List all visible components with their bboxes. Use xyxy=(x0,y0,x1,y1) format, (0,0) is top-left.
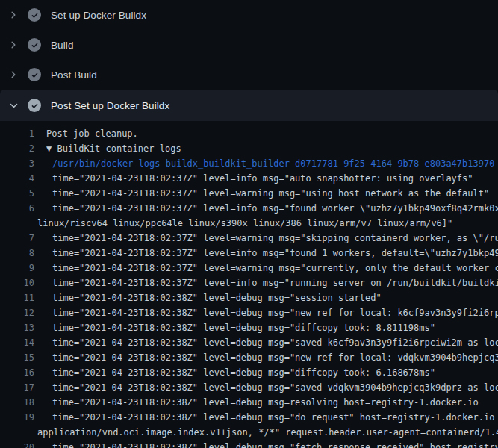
log-line: 18time="2021-04-23T18:02:38Z" level=debu… xyxy=(0,395,498,410)
log-text: time="2021-04-23T18:02:38Z" level=debug … xyxy=(34,440,498,448)
workflow-step-list: Set up Docker Buildx Build Post Build Po… xyxy=(0,0,498,448)
log-text: time="2021-04-23T18:02:37Z" level=warnin… xyxy=(34,231,498,246)
step-row-post-setup-docker-buildx[interactable]: Post Set up Docker Buildx xyxy=(0,90,498,121)
line-number[interactable]: 8 xyxy=(0,246,34,261)
log-body: 1Post job cleanup.2▼ BuildKit container … xyxy=(0,121,498,448)
step-label: Set up Docker Buildx xyxy=(51,10,146,21)
step-label: Build xyxy=(51,40,74,51)
line-number[interactable]: 7 xyxy=(0,231,34,246)
log-line: 14time="2021-04-23T18:02:38Z" level=debu… xyxy=(0,335,498,350)
log-text: time="2021-04-23T18:02:37Z" level=info m… xyxy=(34,276,498,290)
log-text: time="2021-04-23T18:02:37Z" level=info m… xyxy=(34,171,473,186)
log-line: 17time="2021-04-23T18:02:38Z" level=debu… xyxy=(0,380,498,395)
step-success-check-icon xyxy=(28,38,41,52)
log-text: time="2021-04-23T18:02:37Z" level=info m… xyxy=(34,246,498,261)
log-text: time="2021-04-23T18:02:38Z" level=debug … xyxy=(34,305,498,320)
log-group-header: ▼ BuildKit container logs xyxy=(34,141,181,156)
log-text: time="2021-04-23T18:02:38Z" level=debug … xyxy=(34,290,382,305)
log-line: 11time="2021-04-23T18:02:38Z" level=debu… xyxy=(0,290,498,305)
line-number[interactable]: 18 xyxy=(0,395,34,410)
log-text-wrap: linux/riscv64 linux/ppc64le linux/s390x … xyxy=(0,216,452,231)
log-text: time="2021-04-23T18:02:38Z" level=debug … xyxy=(34,350,498,365)
log-line: 20time="2021-04-23T18:02:38Z" level=debu… xyxy=(0,440,498,448)
log-line: 8time="2021-04-23T18:02:37Z" level=info … xyxy=(0,246,498,261)
log-line-wrap: linux/riscv64 linux/ppc64le linux/s390x … xyxy=(0,216,498,231)
log-line: 10time="2021-04-23T18:02:37Z" level=info… xyxy=(0,276,498,290)
log-line: 6time="2021-04-23T18:02:37Z" level=info … xyxy=(0,201,498,216)
log-line: 3/usr/bin/docker logs buildx_buildkit_bu… xyxy=(0,156,498,171)
log-text: time="2021-04-23T18:02:37Z" level=warnin… xyxy=(34,261,498,276)
chevron-right-icon xyxy=(7,39,19,51)
step-label: Post Set up Docker Buildx xyxy=(51,100,169,111)
log-text: time="2021-04-23T18:02:38Z" level=debug … xyxy=(34,365,435,380)
line-number[interactable]: 14 xyxy=(0,335,34,350)
group-label: BuildKit container logs xyxy=(57,143,181,154)
log-line: 13time="2021-04-23T18:02:38Z" level=debu… xyxy=(0,320,498,335)
log-text: time="2021-04-23T18:02:38Z" level=debug … xyxy=(34,410,498,425)
log-line: 4time="2021-04-23T18:02:37Z" level=info … xyxy=(0,171,498,186)
line-number[interactable]: 13 xyxy=(0,320,34,335)
log-line: 15time="2021-04-23T18:02:38Z" level=debu… xyxy=(0,350,498,365)
log-line: 7time="2021-04-23T18:02:37Z" level=warni… xyxy=(0,231,498,246)
line-number[interactable]: 12 xyxy=(0,305,34,320)
log-text: time="2021-04-23T18:02:38Z" level=debug … xyxy=(34,395,479,410)
log-text: time="2021-04-23T18:02:38Z" level=debug … xyxy=(34,320,435,335)
chevron-right-icon xyxy=(7,69,19,81)
step-success-check-icon xyxy=(28,68,41,81)
step-success-check-icon xyxy=(28,8,41,22)
log-text: Post job cleanup. xyxy=(34,126,138,141)
log-line: 5time="2021-04-23T18:02:37Z" level=warni… xyxy=(0,186,498,201)
log-text: time="2021-04-23T18:02:38Z" level=debug … xyxy=(34,380,498,395)
step-label: Post Build xyxy=(51,69,97,81)
chevron-down-icon xyxy=(7,99,19,111)
step-expanded-post-setup-docker-buildx: Post Set up Docker Buildx 1Post job clea… xyxy=(0,90,498,448)
line-number[interactable]: 3 xyxy=(0,156,34,171)
line-number[interactable]: 20 xyxy=(0,440,34,448)
line-number[interactable]: 1 xyxy=(0,126,34,141)
line-number[interactable]: 4 xyxy=(0,171,34,186)
line-number[interactable]: 5 xyxy=(0,186,34,201)
line-number[interactable]: 16 xyxy=(0,365,34,380)
log-text: time="2021-04-23T18:02:37Z" level=info m… xyxy=(34,201,498,216)
log-command-text: /usr/bin/docker logs buildx_buildkit_bui… xyxy=(34,156,494,171)
log-line: 2▼ BuildKit container logs xyxy=(0,141,498,156)
step-row-build[interactable]: Build xyxy=(0,30,498,60)
log-line: 9time="2021-04-23T18:02:37Z" level=warni… xyxy=(0,261,498,276)
line-number[interactable]: 9 xyxy=(0,261,34,276)
group-collapse-icon[interactable]: ▼ xyxy=(46,143,57,154)
line-number[interactable]: 10 xyxy=(0,276,34,290)
log-text: time="2021-04-23T18:02:38Z" level=debug … xyxy=(34,335,498,350)
step-row-setup-docker-buildx[interactable]: Set up Docker Buildx xyxy=(0,0,498,30)
log-line: 16time="2021-04-23T18:02:38Z" level=debu… xyxy=(0,365,498,380)
line-number[interactable]: 6 xyxy=(0,201,34,216)
line-number[interactable]: 2 xyxy=(0,141,34,156)
log-text-wrap: application/vnd.oci.image.index.v1+json,… xyxy=(0,425,498,440)
chevron-right-icon xyxy=(7,9,19,21)
line-number[interactable]: 11 xyxy=(0,290,34,305)
step-row-post-build[interactable]: Post Build xyxy=(0,60,498,90)
line-number[interactable]: 17 xyxy=(0,380,34,395)
line-number[interactable]: 15 xyxy=(0,350,34,365)
log-line: 1Post job cleanup. xyxy=(0,126,498,141)
log-line: 19time="2021-04-23T18:02:38Z" level=debu… xyxy=(0,410,498,425)
log-line-wrap: application/vnd.oci.image.index.v1+json,… xyxy=(0,425,498,440)
step-success-check-icon xyxy=(28,99,41,112)
log-line: 12time="2021-04-23T18:02:38Z" level=debu… xyxy=(0,305,498,320)
line-number[interactable]: 19 xyxy=(0,410,34,425)
log-text: time="2021-04-23T18:02:37Z" level=warnin… xyxy=(34,186,489,201)
